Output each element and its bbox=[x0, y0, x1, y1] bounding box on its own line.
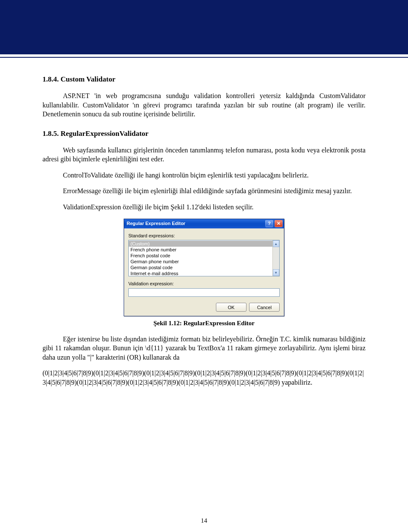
cancel-button[interactable]: Cancel bbox=[249, 303, 280, 312]
validation-expression-label: Validation expression: bbox=[128, 281, 280, 287]
chevron-down-icon: ▾ bbox=[275, 270, 277, 275]
list-item[interactable]: German phone number bbox=[129, 259, 272, 265]
validation-expression-input[interactable] bbox=[128, 288, 280, 297]
dialog-title: Regular Expression Editor bbox=[127, 220, 185, 227]
page-content: 1.8.4. Custom Validator ASP.NET 'in web … bbox=[0, 58, 408, 387]
paragraph: ASP.NET 'in web programcısına sunduğu va… bbox=[42, 91, 366, 119]
section-heading-185: 1.8.5. RegularExpressionValidator bbox=[42, 129, 366, 139]
close-icon: ✕ bbox=[277, 220, 280, 227]
help-button[interactable]: ? bbox=[265, 220, 273, 227]
figure-caption: Şekil 1.12: RegularExpression Editor bbox=[42, 319, 366, 327]
dialog-screenshot: Regular Expression Editor ? ✕ Standard e… bbox=[42, 219, 366, 317]
standard-expressions-label: Standard expressions: bbox=[128, 233, 280, 239]
list-item[interactable]: Internet e-mail address bbox=[129, 270, 272, 276]
chevron-up-icon: ▴ bbox=[275, 241, 277, 246]
paragraph: ValidationExpression özelliği ile biçim … bbox=[42, 203, 366, 212]
scrollbar[interactable]: ▴ ▾ bbox=[272, 240, 279, 276]
standard-expressions-list[interactable]: (Custom) French phone number French post… bbox=[128, 240, 280, 276]
regex-editor-dialog: Regular Expression Editor ? ✕ Standard e… bbox=[124, 219, 284, 317]
paragraph: ErrorMessage özelliği ile biçim eşlenirl… bbox=[42, 186, 366, 196]
paragraph: Eğer istenirse bu liste dışından istediğ… bbox=[42, 335, 366, 362]
page-number: 14 bbox=[0, 517, 408, 524]
scroll-up-button[interactable]: ▴ bbox=[273, 240, 279, 247]
dialog-titlebar: Regular Expression Editor ? ✕ bbox=[124, 219, 284, 228]
paragraph: Web sayfasında kullanıcı girişlerinin ön… bbox=[42, 146, 366, 164]
top-banner bbox=[0, 0, 408, 54]
list-item[interactable]: French phone number bbox=[129, 247, 272, 253]
paragraph: (0|1|2|3|4|5|6|7|8|9)(0|1|2|3|4|5|6|7|8|… bbox=[42, 369, 366, 387]
close-button[interactable]: ✕ bbox=[275, 220, 283, 227]
list-item[interactable]: German postal code bbox=[129, 265, 272, 270]
help-icon: ? bbox=[268, 220, 271, 227]
section-heading-184: 1.8.4. Custom Validator bbox=[42, 75, 366, 84]
list-item[interactable]: (Custom) bbox=[129, 241, 272, 247]
ok-button[interactable]: OK bbox=[216, 303, 246, 312]
list-item[interactable]: French postal code bbox=[129, 253, 272, 259]
scroll-down-button[interactable]: ▾ bbox=[273, 269, 279, 276]
paragraph: ControlToValidate özelliği ile hangi kon… bbox=[42, 171, 366, 180]
